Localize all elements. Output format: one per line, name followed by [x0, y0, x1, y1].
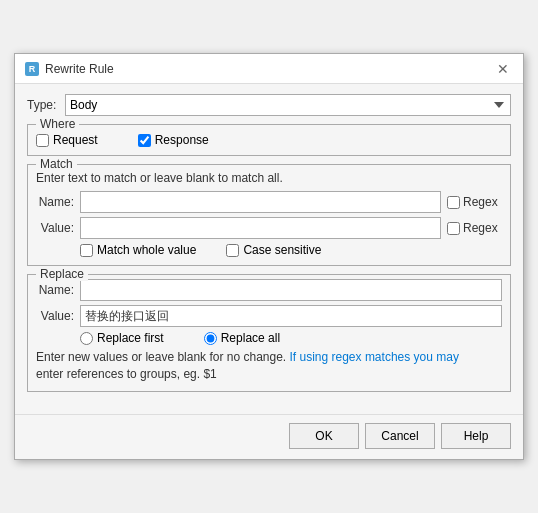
- replace-hint-black1: Enter new values or leave blank for no c…: [36, 350, 286, 364]
- replace-all-label[interactable]: Replace all: [204, 331, 280, 345]
- match-name-label: Name:: [36, 195, 74, 209]
- replace-first-label[interactable]: Replace first: [80, 331, 164, 345]
- replace-group: Replace Name: Value: 替换的接口返回 Replace fir…: [27, 274, 511, 392]
- where-legend: Where: [36, 117, 79, 131]
- match-name-row: Name: Regex: [36, 191, 502, 213]
- replace-hint-black2: enter references to groups, eg. $1: [36, 367, 217, 381]
- replace-name-label: Name:: [36, 283, 74, 297]
- match-options-row: Match whole value Case sensitive: [80, 243, 502, 257]
- match-whole-value-label[interactable]: Match whole value: [80, 243, 196, 257]
- replace-value-row: Value: 替换的接口返回: [36, 305, 502, 327]
- replace-all-text: Replace all: [221, 331, 280, 345]
- match-value-row: Value: Regex: [36, 217, 502, 239]
- case-sensitive-checkbox[interactable]: [226, 244, 239, 257]
- replace-hint: Enter new values or leave blank for no c…: [36, 349, 502, 383]
- response-checkbox[interactable]: [138, 134, 151, 147]
- replace-value-label: Value:: [36, 309, 74, 323]
- request-checkbox-label[interactable]: Request: [36, 133, 98, 147]
- cancel-button[interactable]: Cancel: [365, 423, 435, 449]
- match-value-regex-checkbox[interactable]: [447, 222, 460, 235]
- request-label: Request: [53, 133, 98, 147]
- type-select[interactable]: Body: [65, 94, 511, 116]
- dialog-content: Type: Body Where Request Response Match: [15, 84, 523, 410]
- ok-button[interactable]: OK: [289, 423, 359, 449]
- titlebar: R Rewrite Rule ✕: [15, 54, 523, 84]
- match-whole-value-text: Match whole value: [97, 243, 196, 257]
- match-value-input[interactable]: [80, 217, 441, 239]
- type-label: Type:: [27, 98, 57, 112]
- where-row: Request Response: [36, 129, 502, 147]
- titlebar-icon: R: [25, 62, 39, 76]
- match-name-regex-label[interactable]: Regex: [447, 195, 502, 209]
- replace-value-input[interactable]: 替换的接口返回: [80, 305, 502, 327]
- match-name-regex-checkbox[interactable]: [447, 196, 460, 209]
- where-group: Where Request Response: [27, 124, 511, 156]
- case-sensitive-label[interactable]: Case sensitive: [226, 243, 321, 257]
- match-whole-value-checkbox[interactable]: [80, 244, 93, 257]
- match-value-regex-text: Regex: [463, 221, 498, 235]
- response-checkbox-label[interactable]: Response: [138, 133, 209, 147]
- replace-first-radio[interactable]: [80, 332, 93, 345]
- replace-hint-blue: If using regex matches you may: [290, 350, 459, 364]
- titlebar-left: R Rewrite Rule: [25, 62, 114, 76]
- replace-name-row: Name:: [36, 279, 502, 301]
- footer: OK Cancel Help: [15, 414, 523, 459]
- replace-all-radio[interactable]: [204, 332, 217, 345]
- match-value-label: Value:: [36, 221, 74, 235]
- replace-first-text: Replace first: [97, 331, 164, 345]
- match-name-regex-text: Regex: [463, 195, 498, 209]
- match-group: Match Enter text to match or leave blank…: [27, 164, 511, 266]
- match-legend: Match: [36, 157, 77, 171]
- type-row: Type: Body: [27, 94, 511, 116]
- titlebar-title: Rewrite Rule: [45, 62, 114, 76]
- match-name-input[interactable]: [80, 191, 441, 213]
- match-hint: Enter text to match or leave blank to ma…: [36, 171, 502, 185]
- help-button[interactable]: Help: [441, 423, 511, 449]
- close-button[interactable]: ✕: [493, 59, 513, 79]
- match-value-regex-label[interactable]: Regex: [447, 221, 502, 235]
- dialog: R Rewrite Rule ✕ Type: Body Where Reques…: [14, 53, 524, 460]
- case-sensitive-text: Case sensitive: [243, 243, 321, 257]
- request-checkbox[interactable]: [36, 134, 49, 147]
- replace-name-input[interactable]: [80, 279, 502, 301]
- replace-legend: Replace: [36, 267, 88, 281]
- response-label: Response: [155, 133, 209, 147]
- replace-radio-row: Replace first Replace all: [80, 331, 502, 345]
